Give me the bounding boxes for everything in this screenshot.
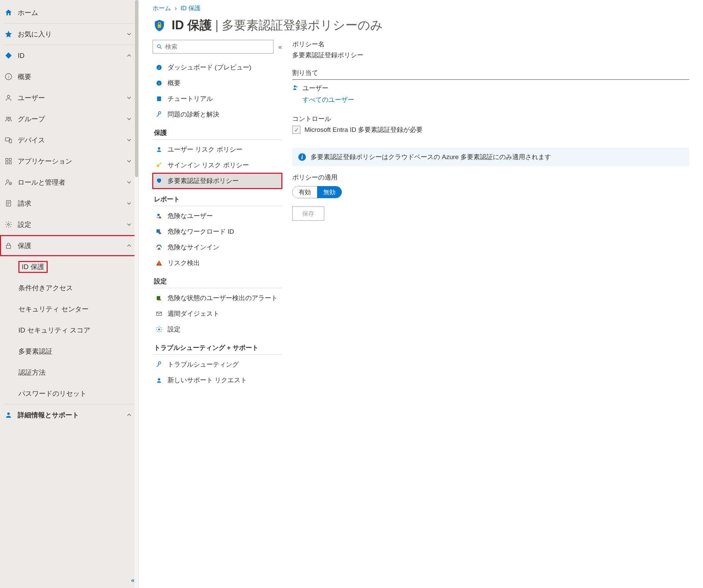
save-button[interactable]: 保存 [292, 206, 324, 221]
svg-point-11 [6, 180, 9, 182]
sidebar-item-id-security-score[interactable]: ID セキュリティ スコア [0, 320, 139, 341]
sidebar-item-label: 認証方法 [18, 368, 132, 377]
rm-item-user-risk-policy[interactable]: ユーザー リスク ポリシー [153, 142, 282, 157]
devices-icon [4, 136, 13, 144]
sidebar-collapse-button[interactable]: « [131, 577, 133, 584]
sidebar-item-overview[interactable]: i 概要 [0, 66, 139, 87]
rm-item-label: 危険なワークロード ID [168, 227, 234, 236]
resource-menu: « i ダッシュボード (プレビュー) i 概要 チュートリアル 問題の診断と解… [153, 40, 282, 588]
rm-item-dashboard[interactable]: i ダッシュボード (プレビュー) [153, 60, 282, 75]
risky-user-icon [155, 212, 163, 220]
sidebar-item-roles-admins[interactable]: ロールと管理者 [0, 172, 139, 193]
apps-icon [4, 157, 13, 166]
sidebar-item-label: 条件付きアクセス [18, 283, 132, 293]
rm-item-tutorial[interactable]: チュートリアル [153, 91, 282, 107]
sidebar-item-applications[interactable]: アプリケーション [0, 151, 139, 172]
chevron-down-icon [126, 158, 132, 165]
sidebar-item-security-center[interactable]: セキュリティ センター [0, 298, 139, 320]
svg-point-4 [9, 117, 11, 119]
risky-signin-icon [155, 244, 163, 251]
all-users-link[interactable]: すべてのユーザー [292, 95, 689, 104]
headset-icon [155, 376, 163, 384]
breadcrumb-home[interactable]: ホーム [153, 5, 171, 12]
svg-point-3 [6, 117, 8, 119]
sidebar-item-label: 概要 [18, 72, 132, 81]
sidebar-item-protection[interactable]: 保護 [0, 235, 139, 256]
sidebar-item-users[interactable]: ユーザー [0, 87, 139, 108]
toggle-disable[interactable]: 無効 [317, 186, 342, 198]
svg-point-2 [7, 95, 10, 98]
sidebar-item-more-info-support[interactable]: 詳細情報とサポート [0, 404, 139, 425]
rm-item-mfa-reg-policy[interactable]: 多要素認証登録ポリシー [153, 173, 282, 189]
content-pane: ポリシー名 多要素認証登録ポリシー 割り当て ユーザー すべてのユーザー コント… [292, 40, 703, 588]
rm-item-label: 新しいサポート リクエスト [168, 376, 247, 385]
svg-rect-7 [6, 158, 8, 160]
rm-group-support: トラブルシューティング + サポート [153, 337, 282, 355]
search-input[interactable] [165, 43, 270, 50]
sidebar-item-label: ID 保護 [18, 261, 48, 273]
warning-icon [155, 259, 163, 267]
sidebar-item-mfa[interactable]: 多要素認証 [0, 341, 139, 362]
rm-item-troubleshooting[interactable]: トラブルシューティング [153, 357, 282, 372]
gear-blue-icon [155, 326, 163, 333]
svg-point-32 [158, 329, 160, 330]
svg-rect-15 [6, 245, 11, 248]
rm-item-label: 問題の診断と解決 [168, 110, 219, 119]
controls-value: Microsoft Entra ID 多要素認証登録が必要 [304, 125, 423, 134]
sidebar-item-conditional-access[interactable]: 条件付きアクセス [0, 277, 139, 298]
rm-group-settings: 設定 [153, 271, 282, 288]
rm-item-risky-signins[interactable]: 危険なサインイン [153, 239, 282, 255]
sidebar-item-label: デバイス [18, 136, 126, 145]
sidebar-item-home[interactable]: ホーム [0, 2, 139, 23]
sidebar-item-label: お気に入り [18, 30, 126, 39]
sidebar-item-auth-methods[interactable]: 認証方法 [0, 362, 139, 383]
breadcrumb-current[interactable]: ID 保護 [181, 5, 201, 12]
sidebar-item-groups[interactable]: グループ [0, 108, 139, 129]
controls-label: コントロール [292, 114, 689, 123]
svg-point-34 [294, 85, 296, 87]
rm-item-risk-detections[interactable]: リスク検出 [153, 255, 282, 271]
rm-item-risky-user-alerts[interactable]: 危険な状態のユーザー検出のアラート [153, 290, 282, 306]
users-row[interactable]: ユーザー [292, 84, 689, 93]
blade-header: ID 保護 | 多要素認証登録ポリシーのみ [153, 17, 703, 40]
policy-apply-toggle[interactable]: 有効 無効 [292, 186, 342, 198]
rm-item-signin-risk-policy[interactable]: サインイン リスク ポリシー [153, 157, 282, 173]
gear-icon [4, 220, 13, 229]
group-icon [4, 114, 13, 123]
svg-rect-31 [157, 312, 162, 315]
sidebar-item-password-reset[interactable]: パスワードのリセット [0, 383, 139, 404]
policy-apply-label: ポリシーの適用 [292, 173, 689, 182]
toggle-enable[interactable]: 有効 [293, 186, 317, 198]
sidebar-item-devices[interactable]: デバイス [0, 129, 139, 151]
rm-item-weekly-digest[interactable]: 週間ダイジェスト [153, 306, 282, 322]
controls-checkbox[interactable]: ✓ [292, 126, 300, 134]
rm-item-label: 設定 [168, 325, 181, 334]
rm-item-settings[interactable]: 設定 [153, 322, 282, 337]
collapse-menu-button[interactable]: « [278, 43, 282, 51]
sidebar-item-label: 詳細情報とサポート [18, 411, 126, 420]
rm-item-risky-users[interactable]: 危険なユーザー [153, 208, 282, 224]
rm-item-label: 危険な状態のユーザー検出のアラート [168, 294, 278, 303]
sidebar-scrollbar[interactable] [135, 0, 139, 588]
rm-item-new-support-request[interactable]: 新しいサポート リクエスト [153, 372, 282, 388]
sidebar-item-billing[interactable]: 請求 [0, 193, 139, 214]
sidebar-item-favorites[interactable]: お気に入り [0, 24, 139, 45]
rm-item-diagnose[interactable]: 問題の診断と解決 [153, 107, 282, 122]
user-risk-icon [155, 146, 163, 153]
chevron-up-icon [126, 412, 132, 418]
svg-text:i: i [158, 65, 159, 69]
svg-point-35 [296, 86, 298, 88]
search-box[interactable] [153, 40, 274, 53]
svg-rect-17 [158, 24, 161, 28]
sidebar-item-id[interactable]: ID [0, 45, 139, 66]
sidebar-item-settings[interactable]: 設定 [0, 214, 139, 235]
shield-small-icon [155, 177, 163, 185]
sidebar-item-label: グループ [18, 114, 126, 124]
sidebar-item-label: ユーザー [18, 93, 126, 103]
controls-row[interactable]: ✓ Microsoft Entra ID 多要素認証登録が必要 [292, 125, 689, 134]
page-title: ID 保護 | 多要素認証登録ポリシーのみ [172, 17, 383, 34]
admin-icon [4, 178, 13, 187]
sidebar-item-id-protection[interactable]: ID 保護 [0, 256, 139, 277]
rm-item-overview[interactable]: i 概要 [153, 75, 282, 91]
rm-item-risky-workload-id[interactable]: 危険なワークロード ID [153, 224, 282, 239]
